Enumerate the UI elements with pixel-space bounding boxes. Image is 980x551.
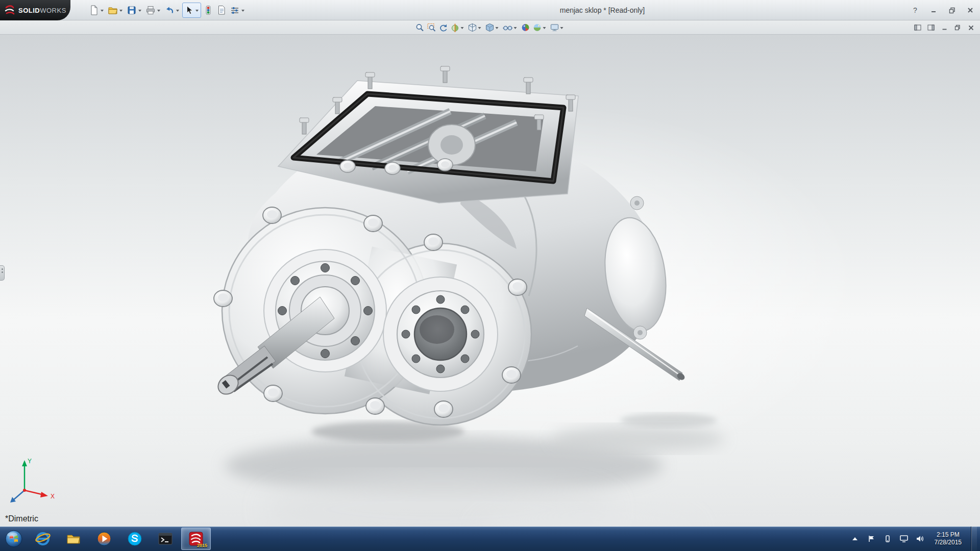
file-properties-button[interactable]	[215, 3, 228, 18]
undo-button[interactable]	[163, 3, 181, 18]
restore-document-button[interactable]	[952, 23, 963, 32]
view-orientation-button[interactable]	[467, 21, 484, 34]
print-dropdown[interactable]	[157, 10, 160, 12]
window-title: menjac sklop * [Read-only]	[276, 0, 929, 20]
taskbar-command-prompt-button[interactable]	[151, 528, 180, 550]
clock-time: 2:15 PM	[935, 531, 962, 539]
view-orientation-dropdown[interactable]	[478, 27, 481, 29]
taskbar: 2015	[0, 527, 980, 551]
solidworks-logo-icon	[4, 5, 15, 16]
view-settings-dropdown[interactable]	[560, 27, 564, 29]
floor-shadow	[225, 413, 725, 527]
section-view-icon	[451, 23, 460, 32]
gearbox-assembly-model: X Y	[0, 35, 980, 527]
volume-tray-button[interactable]	[915, 534, 925, 544]
show-desktop-button[interactable]	[971, 527, 977, 551]
options-dropdown[interactable]	[241, 10, 244, 12]
close-document-button[interactable]	[966, 23, 976, 32]
start-button[interactable]	[0, 527, 28, 551]
view-settings-button[interactable]	[549, 21, 566, 34]
system-tray: 2:15 PM 7/28/2015	[850, 527, 980, 551]
skype-icon	[127, 531, 143, 547]
undo-dropdown[interactable]	[176, 10, 179, 12]
secondary-bore	[383, 277, 498, 391]
device-tray-button[interactable]	[883, 534, 893, 544]
save-button[interactable]	[126, 3, 143, 18]
select-dropdown[interactable]	[195, 10, 199, 12]
windows-start-orb-icon	[5, 530, 23, 548]
print-button[interactable]	[144, 3, 162, 18]
print-icon	[145, 5, 156, 16]
zoom-to-area-button[interactable]	[426, 21, 437, 34]
edit-appearance-ball-icon	[521, 23, 530, 32]
zoom-to-fit-button[interactable]	[414, 21, 426, 34]
restore-icon	[949, 7, 955, 14]
new-document-dropdown[interactable]	[101, 10, 104, 12]
display-style-dropdown[interactable]	[496, 27, 499, 29]
zoom-to-fit-icon	[415, 23, 425, 32]
graphics-viewport[interactable]: X Y *Dimetric	[0, 35, 980, 527]
restore-button[interactable]	[945, 5, 959, 16]
internet-explorer-icon	[35, 531, 51, 547]
action-center-button[interactable]	[866, 534, 876, 544]
close-button[interactable]	[964, 5, 977, 16]
new-document-button[interactable]	[88, 3, 106, 18]
display-style-button[interactable]	[484, 21, 501, 34]
volume-icon	[916, 535, 924, 543]
apply-scene-dropdown[interactable]	[543, 27, 546, 29]
file-properties-icon	[216, 5, 227, 16]
clock-date: 7/28/2015	[935, 539, 962, 546]
taskbar-internet-explorer-button[interactable]	[28, 528, 58, 550]
toggle-panel-button[interactable]	[913, 23, 923, 32]
edit-appearance-button[interactable]	[520, 21, 531, 34]
options-button[interactable]	[229, 3, 247, 18]
minimize-button[interactable]	[927, 5, 940, 16]
taskbar-skype-button[interactable]	[120, 528, 150, 550]
new-document-icon	[88, 5, 100, 16]
display-tray-button[interactable]	[899, 534, 909, 544]
undo-icon	[164, 5, 175, 16]
apply-scene-button[interactable]	[532, 21, 549, 34]
folder-icon	[65, 531, 82, 547]
close-icon	[967, 7, 973, 13]
section-view-dropdown[interactable]	[461, 27, 464, 29]
hide-show-items-button[interactable]	[502, 21, 520, 34]
toggle-panel-right-button[interactable]	[926, 23, 936, 32]
heads-up-view-toolbar	[414, 20, 566, 35]
select-tool-button[interactable]	[182, 3, 201, 18]
triad-y-label: Y	[28, 458, 32, 465]
help-button[interactable]: ?	[909, 5, 922, 16]
minimize-document-button[interactable]	[939, 23, 949, 32]
taskbar-solidworks-button[interactable]: 2015	[181, 528, 211, 550]
open-folder-icon	[107, 5, 118, 16]
apply-scene-icon	[533, 23, 542, 32]
taskbar-media-player-button[interactable]	[89, 528, 119, 550]
view-settings-icon	[550, 23, 559, 32]
taskbar-clock[interactable]: 2:15 PM 7/28/2015	[932, 531, 965, 546]
solidworks-logo: SOLIDWORKS	[0, 0, 70, 20]
section-view-button[interactable]	[450, 21, 467, 34]
panel-flyout-handle[interactable]	[0, 265, 5, 281]
brand-light: WORKS	[40, 7, 66, 14]
hide-show-dropdown[interactable]	[514, 27, 517, 29]
open-dropdown[interactable]	[119, 10, 122, 12]
brand-text: SOLIDWORKS	[18, 7, 66, 14]
previous-view-button[interactable]	[438, 21, 449, 34]
open-button[interactable]	[107, 3, 125, 18]
brand-bold: SOLID	[18, 7, 40, 14]
save-floppy-icon	[126, 5, 137, 16]
toggle-panel-right-icon	[927, 24, 935, 31]
zoom-to-area-icon	[427, 23, 436, 32]
previous-view-icon	[439, 23, 448, 32]
minimize-document-icon	[942, 25, 947, 31]
taskbar-explorer-button[interactable]	[59, 528, 88, 550]
toggle-panel-icon	[914, 24, 921, 31]
triad-x-label: X	[51, 493, 55, 500]
orientation-triad: X Y	[10, 458, 55, 503]
save-dropdown[interactable]	[138, 10, 141, 12]
show-hidden-icons-button[interactable]	[850, 534, 860, 544]
heads-up-row	[0, 20, 980, 35]
document-window-controls	[913, 20, 976, 35]
rebuild-button[interactable]	[202, 3, 214, 18]
action-center-flag-icon	[867, 535, 875, 543]
